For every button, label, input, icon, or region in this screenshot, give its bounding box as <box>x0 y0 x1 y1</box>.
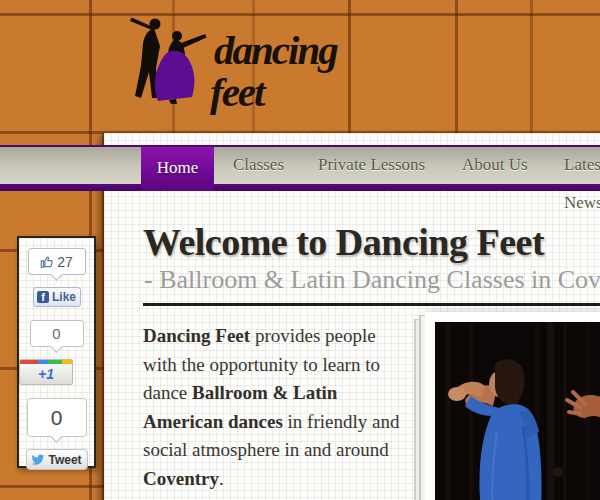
social-share-widget: 27 f Like 0 +1 0 Tweet <box>17 236 96 468</box>
nav-item-home[interactable]: Home <box>141 147 214 191</box>
page: dancing feet Welcome to Dancing Feet - B… <box>0 0 600 500</box>
facebook-like-button[interactable]: f Like <box>33 287 81 307</box>
twitter-bird-icon <box>31 454 45 466</box>
nav-item-private-lessons[interactable]: Private Lessons <box>318 146 425 184</box>
page-title: Welcome to Dancing Feet <box>143 221 600 263</box>
dancing-couple-icon <box>125 16 217 104</box>
facebook-icon: f <box>37 291 49 303</box>
nav-underline <box>0 184 600 191</box>
intro-line: Dancing Feet provides people <box>143 322 439 351</box>
intro-line: Coventry. <box>143 465 439 494</box>
intro-line: dance Ballroom & Latin <box>143 379 439 408</box>
tweet-label: Tweet <box>48 453 81 467</box>
nav-item-classes[interactable]: Classes <box>233 146 284 184</box>
plusone-label: +1 <box>20 364 72 384</box>
nav-item-latest-news[interactable]: Latest News <box>564 146 600 184</box>
intro-line: American dances in friendly and <box>143 408 439 437</box>
logo-line2: feet <box>210 72 337 112</box>
intro-line: social atmosphere in and around <box>143 436 439 465</box>
google-plusone-button[interactable]: +1 <box>19 359 73 385</box>
intro-line: with the opportunity to learn to <box>143 351 439 380</box>
logo-line1: dancing <box>214 30 337 70</box>
facebook-count-value: 27 <box>57 254 73 270</box>
tweet-button[interactable]: Tweet <box>26 449 88 470</box>
divider-rule <box>143 303 600 306</box>
page-subtitle: - Ballroom & Latin Dancing Classes in Co… <box>144 263 600 297</box>
facebook-like-label: Like <box>52 290 76 304</box>
thumb-up-icon <box>40 255 54 269</box>
plank-joint <box>0 13 600 16</box>
dancers-photo <box>425 312 600 500</box>
site-logo[interactable]: dancing feet <box>125 16 217 104</box>
intro-paragraphs: Dancing Feet provides people with the op… <box>143 322 439 500</box>
logo-text: dancing feet <box>214 30 337 112</box>
nav-item-about-us[interactable]: About Us <box>462 146 528 184</box>
dancers-photo-image <box>435 322 600 500</box>
tweet-count-value: 0 <box>51 406 63 430</box>
